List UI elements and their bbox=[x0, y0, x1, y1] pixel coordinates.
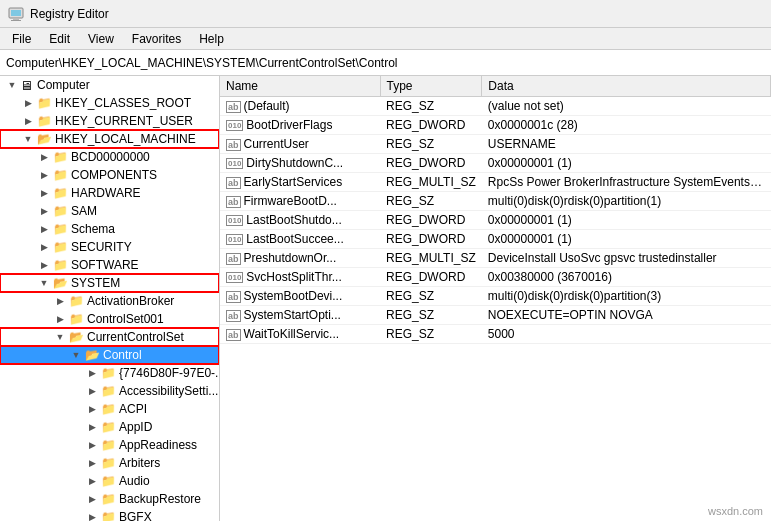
menu-view[interactable]: View bbox=[80, 30, 122, 48]
cell-data: 0x0000001c (28) bbox=[482, 116, 771, 135]
folder-icon-currentcontrolset: 📂 bbox=[68, 330, 84, 344]
col-type[interactable]: Type bbox=[380, 76, 482, 97]
cell-name: 010SvcHostSplitThr... bbox=[220, 268, 380, 287]
folder-icon-system: 📂 bbox=[52, 276, 68, 290]
tree-item-7746d80f[interactable]: ▶ 📁 {7746D80F-97E0-... bbox=[0, 364, 219, 382]
tree-item-control[interactable]: ▼ 📂 Control bbox=[0, 346, 219, 364]
menu-file[interactable]: File bbox=[4, 30, 39, 48]
tree-item-software[interactable]: ▶ 📁 SOFTWARE bbox=[0, 256, 219, 274]
app-icon bbox=[8, 6, 24, 22]
table-row[interactable]: 010LastBootShutdo... REG_DWORD 0x0000000… bbox=[220, 211, 771, 230]
cell-data: RpcSs Power BrokerInfrastructure SystemE… bbox=[482, 173, 771, 192]
tree-label-bgfx: BGFX bbox=[119, 510, 152, 521]
tree-label-audio: Audio bbox=[119, 474, 150, 488]
cell-data: 5000 bbox=[482, 325, 771, 344]
table-row[interactable]: abEarlyStartServices REG_MULTI_SZ RpcSs … bbox=[220, 173, 771, 192]
tree-label-backuprestore: BackupRestore bbox=[119, 492, 201, 506]
expand-icon-bgfx: ▶ bbox=[84, 509, 100, 521]
tree-item-bgfx[interactable]: ▶ 📁 BGFX bbox=[0, 508, 219, 521]
cell-type: REG_MULTI_SZ bbox=[380, 173, 482, 192]
tree-label-bcd: BCD00000000 bbox=[71, 150, 150, 164]
folder-icon-accessibilitysetti: 📁 bbox=[100, 384, 116, 398]
table-row[interactable]: abWaitToKillServic... REG_SZ 5000 bbox=[220, 325, 771, 344]
cell-type: REG_SZ bbox=[380, 287, 482, 306]
registry-table: Name Type Data ab(Default) REG_SZ (value… bbox=[220, 76, 771, 344]
cell-data: 0x00000001 (1) bbox=[482, 230, 771, 249]
cell-name: 010BootDriverFlags bbox=[220, 116, 380, 135]
tree-panel[interactable]: ▼ 🖥 Computer ▶ 📁 HKEY_CLASSES_ROOT ▶ 📁 H… bbox=[0, 76, 220, 521]
cell-type: REG_SZ bbox=[380, 192, 482, 211]
cell-type: REG_SZ bbox=[380, 135, 482, 154]
table-row[interactable]: abSystemStartOpti... REG_SZ NOEXECUTE=OP… bbox=[220, 306, 771, 325]
expand-icon-sam: ▶ bbox=[36, 203, 52, 219]
menu-edit[interactable]: Edit bbox=[41, 30, 78, 48]
table-row[interactable]: abCurrentUser REG_SZ USERNAME bbox=[220, 135, 771, 154]
menu-bar: File Edit View Favorites Help bbox=[0, 28, 771, 50]
tree-item-appreadiness[interactable]: ▶ 📁 AppReadiness bbox=[0, 436, 219, 454]
tree-label-security: SECURITY bbox=[71, 240, 132, 254]
tree-label-computer: Computer bbox=[37, 78, 90, 92]
folder-icon-controlset001: 📁 bbox=[68, 312, 84, 326]
tree-item-system[interactable]: ▼ 📂 SYSTEM bbox=[0, 274, 219, 292]
tree-item-schema[interactable]: ▶ 📁 Schema bbox=[0, 220, 219, 238]
tree-item-activationbroker[interactable]: ▶ 📁 ActivationBroker bbox=[0, 292, 219, 310]
folder-icon-audio: 📁 bbox=[100, 474, 116, 488]
tree-item-hkcr[interactable]: ▶ 📁 HKEY_CLASSES_ROOT bbox=[0, 94, 219, 112]
cell-name: 010LastBootSuccee... bbox=[220, 230, 380, 249]
col-data[interactable]: Data bbox=[482, 76, 771, 97]
expand-icon-hklm: ▼ bbox=[20, 131, 36, 147]
cell-data: multi(0)disk(0)rdisk(0)partition(1) bbox=[482, 192, 771, 211]
tree-item-controlset001[interactable]: ▶ 📁 ControlSet001 bbox=[0, 310, 219, 328]
tree-label-arbiters: Arbiters bbox=[119, 456, 160, 470]
tree-label-acpi: ACPI bbox=[119, 402, 147, 416]
svg-rect-1 bbox=[11, 10, 21, 16]
menu-help[interactable]: Help bbox=[191, 30, 232, 48]
table-row[interactable]: abPreshutdownOr... REG_MULTI_SZ DeviceIn… bbox=[220, 249, 771, 268]
address-path[interactable]: Computer\HKEY_LOCAL_MACHINE\SYSTEM\Curre… bbox=[4, 56, 397, 70]
svg-rect-3 bbox=[11, 20, 21, 21]
tree-item-currentcontrolset[interactable]: ▼ 📂 CurrentControlSet bbox=[0, 328, 219, 346]
col-name[interactable]: Name bbox=[220, 76, 380, 97]
folder-icon-schema: 📁 bbox=[52, 222, 68, 236]
folder-icon-sam: 📁 bbox=[52, 204, 68, 218]
folder-icon-hardware: 📁 bbox=[52, 186, 68, 200]
tree-item-security[interactable]: ▶ 📁 SECURITY bbox=[0, 238, 219, 256]
tree-item-audio[interactable]: ▶ 📁 Audio bbox=[0, 472, 219, 490]
tree-item-computer[interactable]: ▼ 🖥 Computer bbox=[0, 76, 219, 94]
table-row[interactable]: abSystemBootDevi... REG_SZ multi(0)disk(… bbox=[220, 287, 771, 306]
cell-data: USERNAME bbox=[482, 135, 771, 154]
tree-item-components[interactable]: ▶ 📁 COMPONENTS bbox=[0, 166, 219, 184]
cell-type: REG_DWORD bbox=[380, 211, 482, 230]
tree-item-acpi[interactable]: ▶ 📁 ACPI bbox=[0, 400, 219, 418]
cell-data: DeviceInstall UsoSvc gpsvc trustedinstal… bbox=[482, 249, 771, 268]
table-row[interactable]: 010LastBootSuccee... REG_DWORD 0x0000000… bbox=[220, 230, 771, 249]
right-panel[interactable]: Name Type Data ab(Default) REG_SZ (value… bbox=[220, 76, 771, 521]
expand-icon-security: ▶ bbox=[36, 239, 52, 255]
tree-item-hardware[interactable]: ▶ 📁 HARDWARE bbox=[0, 184, 219, 202]
tree-item-sam[interactable]: ▶ 📁 SAM bbox=[0, 202, 219, 220]
table-row[interactable]: 010BootDriverFlags REG_DWORD 0x0000001c … bbox=[220, 116, 771, 135]
tree-item-hklm[interactable]: ▼ 📂 HKEY_LOCAL_MACHINE bbox=[0, 130, 219, 148]
tree-label-activationbroker: ActivationBroker bbox=[87, 294, 174, 308]
tree-label-schema: Schema bbox=[71, 222, 115, 236]
tree-item-arbiters[interactable]: ▶ 📁 Arbiters bbox=[0, 454, 219, 472]
tree-item-accessibilitysetti[interactable]: ▶ 📁 AccessibilitySetti... bbox=[0, 382, 219, 400]
table-row[interactable]: ab(Default) REG_SZ (value not set) bbox=[220, 97, 771, 116]
expand-icon-hkcu: ▶ bbox=[20, 113, 36, 129]
computer-icon: 🖥 bbox=[20, 78, 33, 93]
table-row[interactable]: 010SvcHostSplitThr... REG_DWORD 0x003800… bbox=[220, 268, 771, 287]
cell-name: abCurrentUser bbox=[220, 135, 380, 154]
folder-icon-bgfx: 📁 bbox=[100, 510, 116, 521]
expand-icon-appid: ▶ bbox=[84, 419, 100, 435]
tree-item-bcd[interactable]: ▶ 📁 BCD00000000 bbox=[0, 148, 219, 166]
main-content: ▼ 🖥 Computer ▶ 📁 HKEY_CLASSES_ROOT ▶ 📁 H… bbox=[0, 76, 771, 521]
tree-label-appreadiness: AppReadiness bbox=[119, 438, 197, 452]
tree-item-hkcu[interactable]: ▶ 📁 HKEY_CURRENT_USER bbox=[0, 112, 219, 130]
table-row[interactable]: abFirmwareBootD... REG_SZ multi(0)disk(0… bbox=[220, 192, 771, 211]
folder-icon-software: 📁 bbox=[52, 258, 68, 272]
cell-type: REG_MULTI_SZ bbox=[380, 249, 482, 268]
menu-favorites[interactable]: Favorites bbox=[124, 30, 189, 48]
table-row[interactable]: 010DirtyShutdownC... REG_DWORD 0x0000000… bbox=[220, 154, 771, 173]
tree-item-backuprestore[interactable]: ▶ 📁 BackupRestore bbox=[0, 490, 219, 508]
tree-item-appid[interactable]: ▶ 📁 AppID bbox=[0, 418, 219, 436]
